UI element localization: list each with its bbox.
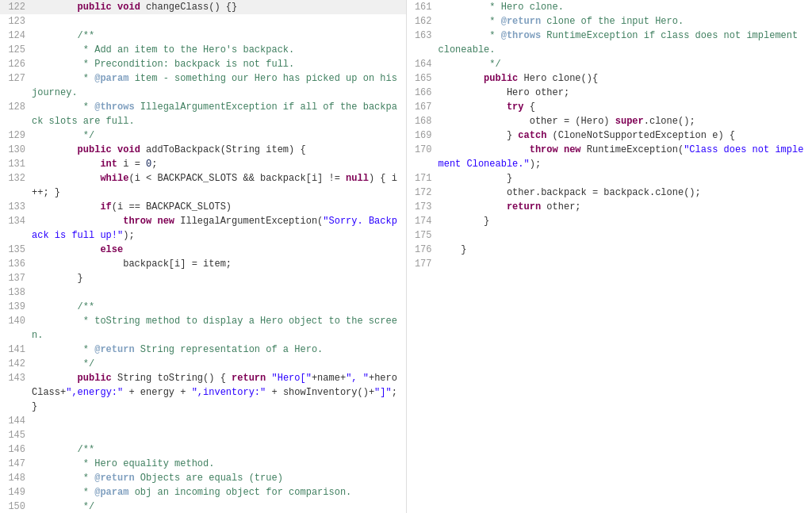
line-row: 124 /** bbox=[0, 29, 406, 43]
line-code: * Hero clone. bbox=[439, 0, 810, 14]
line-row: 130 public void addToBackpack(String ite… bbox=[0, 143, 406, 157]
line-code: */ bbox=[439, 57, 810, 71]
line-code: * Hero equality method. bbox=[32, 457, 403, 471]
line-number: 150 bbox=[3, 500, 32, 513]
line-row: 161 * Hero clone. bbox=[407, 0, 813, 14]
line-number: 172 bbox=[410, 186, 439, 200]
line-number: 171 bbox=[410, 171, 439, 186]
line-number: 135 bbox=[3, 243, 32, 257]
line-row: 174 } bbox=[407, 214, 813, 228]
line-row: 177 bbox=[407, 257, 813, 271]
line-code: backpack[i] = item; bbox=[32, 257, 403, 271]
line-row: 142 */ bbox=[0, 357, 406, 371]
line-code: while(i < BACKPACK_SLOTS && backpack[i] … bbox=[32, 171, 403, 200]
line-row: 167 try { bbox=[407, 100, 813, 114]
line-row: 166 Hero other; bbox=[407, 86, 813, 100]
line-number: 161 bbox=[410, 0, 439, 14]
line-number: 136 bbox=[3, 257, 32, 271]
line-code: /** bbox=[32, 300, 403, 314]
line-number: 143 bbox=[3, 371, 32, 414]
line-code: * @throws IllegalArgumentException if al… bbox=[32, 100, 403, 128]
line-code: return other; bbox=[439, 200, 810, 214]
line-code: */ bbox=[32, 500, 403, 513]
line-row: 133 if(i == BACKPACK_SLOTS) bbox=[0, 200, 406, 214]
line-code: if(i == BACKPACK_SLOTS) bbox=[32, 200, 403, 214]
line-number: 128 bbox=[3, 100, 32, 128]
line-number: 138 bbox=[3, 285, 32, 300]
line-row: 176 } bbox=[407, 243, 813, 257]
code-editor: 122 public void changeClass() {} 123 124… bbox=[0, 0, 812, 513]
line-row: 162 * @return clone of the input Hero. bbox=[407, 14, 813, 29]
line-number: 123 bbox=[3, 14, 32, 29]
line-number: 164 bbox=[410, 57, 439, 71]
line-code: int i = 0; bbox=[32, 157, 403, 171]
line-number: 131 bbox=[3, 157, 32, 171]
line-row: 168 other = (Hero) super.clone(); bbox=[407, 114, 813, 128]
line-row: 131 int i = 0; bbox=[0, 157, 406, 171]
line-code: Hero other; bbox=[439, 86, 810, 100]
line-code: } bbox=[439, 214, 810, 228]
line-code: try { bbox=[439, 100, 810, 114]
line-number: 122 bbox=[3, 0, 32, 14]
line-row: 170 throw new RuntimeException("Class do… bbox=[407, 143, 813, 171]
line-row: 169 } catch (CloneNotSupportedException … bbox=[407, 128, 813, 143]
line-row: 147 * Hero equality method. bbox=[0, 457, 406, 471]
line-code bbox=[32, 414, 403, 428]
right-pane[interactable]: 161 * Hero clone. 162 * @return clone of… bbox=[407, 0, 813, 513]
line-row: 171 } bbox=[407, 171, 813, 186]
line-number: 176 bbox=[410, 243, 439, 257]
line-code: other.backpack = backpack.clone(); bbox=[439, 186, 810, 200]
line-code: public String toString() { return "Hero[… bbox=[32, 371, 403, 414]
line-row: 145 bbox=[0, 428, 406, 442]
line-row: 127 * @param item - something our Hero h… bbox=[0, 71, 406, 100]
line-number: 174 bbox=[410, 214, 439, 228]
line-row: 164 */ bbox=[407, 57, 813, 71]
line-row: 135 else bbox=[0, 243, 406, 257]
line-code: } bbox=[439, 171, 810, 186]
line-code: * @return Objects are equals (true) bbox=[32, 471, 403, 485]
line-number: 130 bbox=[3, 143, 32, 157]
left-pane[interactable]: 122 public void changeClass() {} 123 124… bbox=[0, 0, 407, 513]
line-code: * @return String representation of a Her… bbox=[32, 343, 403, 357]
line-row: 173 return other; bbox=[407, 200, 813, 214]
line-row: 123 bbox=[0, 14, 406, 29]
line-number: 166 bbox=[410, 86, 439, 100]
line-code: */ bbox=[32, 357, 403, 371]
line-row: 149 * @param obj an incoming object for … bbox=[0, 485, 406, 500]
line-code: * @return clone of the input Hero. bbox=[439, 14, 810, 29]
line-row: 165 public Hero clone(){ bbox=[407, 71, 813, 86]
line-code: public void changeClass() {} bbox=[32, 0, 403, 14]
line-row: 126 * Precondition: backpack is not full… bbox=[0, 57, 406, 71]
line-code: public Hero clone(){ bbox=[439, 71, 810, 86]
line-number: 124 bbox=[3, 29, 32, 43]
line-number: 169 bbox=[410, 128, 439, 143]
line-number: 129 bbox=[3, 128, 32, 143]
line-row: 139 /** bbox=[0, 300, 406, 314]
line-row: 148 * @return Objects are equals (true) bbox=[0, 471, 406, 485]
line-code: * @param obj an incoming object for comp… bbox=[32, 485, 403, 500]
line-row: 132 while(i < BACKPACK_SLOTS && backpack… bbox=[0, 171, 406, 200]
line-number: 126 bbox=[3, 57, 32, 71]
line-number: 137 bbox=[3, 271, 32, 285]
line-code bbox=[32, 285, 403, 300]
line-code bbox=[32, 428, 403, 442]
line-number: 132 bbox=[3, 171, 32, 200]
line-code: throw new IllegalArgumentException("Sorr… bbox=[32, 214, 403, 243]
line-number: 165 bbox=[410, 71, 439, 86]
line-code: } catch (CloneNotSupportedException e) { bbox=[439, 128, 810, 143]
line-row: 122 public void changeClass() {} bbox=[0, 0, 406, 14]
line-number: 134 bbox=[3, 214, 32, 243]
line-row: 146 /** bbox=[0, 442, 406, 457]
line-number: 140 bbox=[3, 314, 32, 343]
line-number: 163 bbox=[410, 29, 439, 57]
line-number: 141 bbox=[3, 343, 32, 357]
line-code: * toString method to display a Hero obje… bbox=[32, 314, 403, 343]
line-number: 175 bbox=[410, 228, 439, 243]
line-code: throw new RuntimeException("Class does n… bbox=[439, 143, 810, 171]
line-number: 148 bbox=[3, 471, 32, 485]
line-code: else bbox=[32, 243, 403, 257]
line-row: 129 */ bbox=[0, 128, 406, 143]
line-code: */ bbox=[32, 128, 403, 143]
line-code: * Precondition: backpack is not full. bbox=[32, 57, 403, 71]
line-row: 125 * Add an item to the Hero's backpack… bbox=[0, 43, 406, 57]
